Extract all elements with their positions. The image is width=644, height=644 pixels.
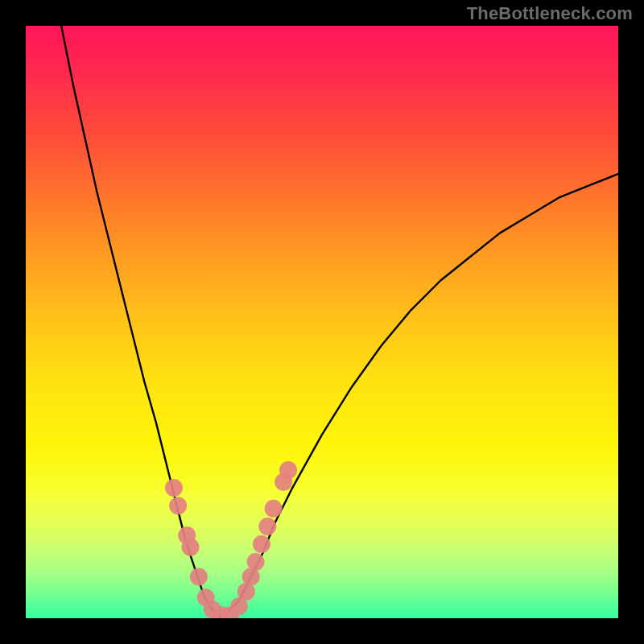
highlight-right-6 xyxy=(265,500,283,518)
highlight-right-8 xyxy=(279,461,297,479)
chart-frame: TheBottleneck.com xyxy=(0,0,644,644)
curve-left-branch xyxy=(61,26,221,618)
highlight-left-0 xyxy=(165,479,183,497)
curve-right-branch xyxy=(221,174,618,618)
highlight-right-4 xyxy=(253,535,270,553)
highlight-left-3 xyxy=(182,539,200,556)
highlight-right-5 xyxy=(258,518,276,535)
watermark-label: TheBottleneck.com xyxy=(467,3,633,24)
plot-area xyxy=(26,26,618,618)
chart-svg xyxy=(26,26,618,618)
highlight-left-4 xyxy=(190,568,208,585)
highlight-right-3 xyxy=(247,553,265,571)
highlight-left-1 xyxy=(169,497,187,514)
